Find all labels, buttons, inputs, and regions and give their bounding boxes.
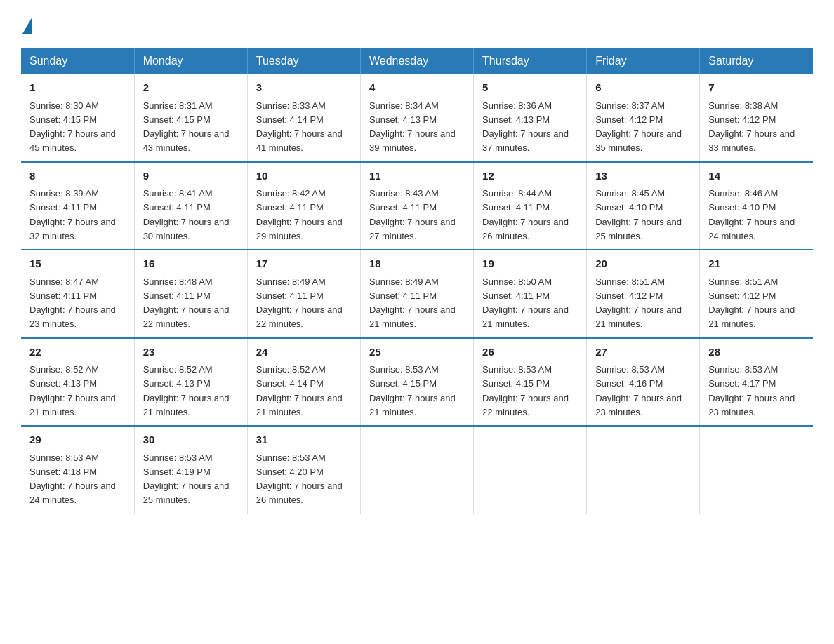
calendar-cell: 1Sunrise: 8:30 AMSunset: 4:15 PMDaylight… (21, 74, 134, 162)
calendar-table: SundayMondayTuesdayWednesdayThursdayFrid… (21, 48, 813, 514)
calendar-cell: 11Sunrise: 8:43 AMSunset: 4:11 PMDayligh… (360, 162, 473, 250)
day-number: 27 (595, 344, 691, 361)
calendar-week-row: 8Sunrise: 8:39 AMSunset: 4:11 PMDaylight… (21, 162, 813, 250)
day-info: Sunrise: 8:50 AMSunset: 4:11 PMDaylight:… (482, 276, 569, 330)
calendar-cell: 15Sunrise: 8:47 AMSunset: 4:11 PMDayligh… (21, 250, 134, 338)
calendar-cell (360, 426, 473, 514)
day-of-week-header: Wednesday (360, 48, 473, 74)
calendar-week-row: 1Sunrise: 8:30 AMSunset: 4:15 PMDaylight… (21, 74, 813, 162)
day-number: 15 (29, 256, 126, 272)
day-of-week-header: Saturday (700, 48, 813, 74)
day-number: 4 (369, 80, 465, 96)
day-info: Sunrise: 8:38 AMSunset: 4:12 PMDaylight:… (708, 100, 795, 154)
day-info: Sunrise: 8:45 AMSunset: 4:10 PMDaylight:… (595, 188, 682, 241)
calendar-cell: 30Sunrise: 8:53 AMSunset: 4:19 PMDayligh… (134, 426, 247, 514)
page-header (21, 14, 813, 34)
calendar-cell: 31Sunrise: 8:53 AMSunset: 4:20 PMDayligh… (247, 426, 360, 514)
calendar-cell: 18Sunrise: 8:49 AMSunset: 4:11 PMDayligh… (360, 250, 473, 338)
day-of-week-header: Friday (587, 48, 700, 74)
calendar-cell: 29Sunrise: 8:53 AMSunset: 4:18 PMDayligh… (21, 426, 134, 514)
day-info: Sunrise: 8:30 AMSunset: 4:15 PMDaylight:… (29, 100, 116, 154)
day-info: Sunrise: 8:49 AMSunset: 4:11 PMDaylight:… (369, 276, 456, 330)
day-number: 18 (369, 256, 465, 272)
calendar-cell (700, 426, 813, 514)
day-number: 12 (482, 168, 578, 185)
day-number: 24 (256, 344, 352, 361)
day-info: Sunrise: 8:37 AMSunset: 4:12 PMDaylight:… (595, 100, 682, 154)
day-number: 1 (29, 80, 126, 96)
day-of-week-header: Sunday (21, 48, 134, 74)
calendar-cell: 27Sunrise: 8:53 AMSunset: 4:16 PMDayligh… (587, 338, 700, 427)
day-number: 23 (143, 344, 239, 361)
day-info: Sunrise: 8:53 AMSunset: 4:18 PMDaylight:… (29, 452, 116, 506)
day-of-week-header: Thursday (474, 48, 587, 74)
day-info: Sunrise: 8:41 AMSunset: 4:11 PMDaylight:… (143, 188, 230, 241)
calendar-cell: 6Sunrise: 8:37 AMSunset: 4:12 PMDaylight… (587, 74, 700, 162)
day-number: 13 (595, 168, 691, 185)
calendar-week-row: 15Sunrise: 8:47 AMSunset: 4:11 PMDayligh… (21, 250, 813, 338)
calendar-cell: 22Sunrise: 8:52 AMSunset: 4:13 PMDayligh… (21, 338, 134, 427)
calendar-cell: 24Sunrise: 8:52 AMSunset: 4:14 PMDayligh… (247, 338, 360, 427)
header-row: SundayMondayTuesdayWednesdayThursdayFrid… (21, 48, 813, 74)
calendar-cell (587, 426, 700, 514)
day-number: 9 (143, 168, 239, 185)
day-info: Sunrise: 8:33 AMSunset: 4:14 PMDaylight:… (256, 100, 343, 154)
day-info: Sunrise: 8:49 AMSunset: 4:11 PMDaylight:… (256, 276, 343, 330)
day-info: Sunrise: 8:46 AMSunset: 4:10 PMDaylight:… (708, 188, 795, 241)
calendar-cell: 23Sunrise: 8:52 AMSunset: 4:13 PMDayligh… (134, 338, 247, 427)
day-info: Sunrise: 8:39 AMSunset: 4:11 PMDaylight:… (29, 188, 116, 241)
day-info: Sunrise: 8:52 AMSunset: 4:13 PMDaylight:… (143, 364, 230, 417)
day-info: Sunrise: 8:53 AMSunset: 4:16 PMDaylight:… (595, 364, 682, 417)
day-info: Sunrise: 8:43 AMSunset: 4:11 PMDaylight:… (369, 188, 456, 241)
day-number: 28 (708, 344, 805, 361)
day-number: 3 (256, 80, 352, 96)
calendar-cell: 21Sunrise: 8:51 AMSunset: 4:12 PMDayligh… (700, 250, 813, 338)
day-info: Sunrise: 8:42 AMSunset: 4:11 PMDaylight:… (256, 188, 343, 241)
day-info: Sunrise: 8:53 AMSunset: 4:19 PMDaylight:… (143, 452, 230, 506)
calendar-cell: 13Sunrise: 8:45 AMSunset: 4:10 PMDayligh… (587, 162, 700, 250)
calendar-cell: 8Sunrise: 8:39 AMSunset: 4:11 PMDaylight… (21, 162, 134, 250)
day-number: 20 (595, 256, 691, 272)
calendar-week-row: 22Sunrise: 8:52 AMSunset: 4:13 PMDayligh… (21, 338, 813, 427)
calendar-cell: 5Sunrise: 8:36 AMSunset: 4:13 PMDaylight… (474, 74, 587, 162)
calendar-cell: 25Sunrise: 8:53 AMSunset: 4:15 PMDayligh… (360, 338, 473, 427)
day-info: Sunrise: 8:44 AMSunset: 4:11 PMDaylight:… (482, 188, 569, 241)
day-number: 25 (369, 344, 465, 361)
day-number: 7 (708, 80, 805, 96)
day-number: 19 (482, 256, 578, 272)
day-number: 5 (482, 80, 578, 96)
day-info: Sunrise: 8:53 AMSunset: 4:17 PMDaylight:… (708, 364, 795, 417)
day-info: Sunrise: 8:34 AMSunset: 4:13 PMDaylight:… (369, 100, 456, 154)
calendar-cell: 17Sunrise: 8:49 AMSunset: 4:11 PMDayligh… (247, 250, 360, 338)
calendar-cell: 28Sunrise: 8:53 AMSunset: 4:17 PMDayligh… (700, 338, 813, 427)
day-number: 2 (143, 80, 239, 96)
day-of-week-header: Monday (134, 48, 247, 74)
day-info: Sunrise: 8:53 AMSunset: 4:20 PMDaylight:… (256, 452, 343, 506)
calendar-cell: 20Sunrise: 8:51 AMSunset: 4:12 PMDayligh… (587, 250, 700, 338)
calendar-body: 1Sunrise: 8:30 AMSunset: 4:15 PMDaylight… (21, 74, 813, 514)
day-number: 30 (143, 432, 239, 448)
day-number: 8 (29, 168, 126, 185)
calendar-week-row: 29Sunrise: 8:53 AMSunset: 4:18 PMDayligh… (21, 426, 813, 514)
day-info: Sunrise: 8:52 AMSunset: 4:13 PMDaylight:… (29, 364, 116, 417)
day-number: 6 (595, 80, 691, 96)
day-number: 26 (482, 344, 578, 361)
calendar-cell (474, 426, 587, 514)
day-info: Sunrise: 8:47 AMSunset: 4:11 PMDaylight:… (29, 276, 116, 330)
day-number: 14 (708, 168, 805, 185)
day-info: Sunrise: 8:31 AMSunset: 4:15 PMDaylight:… (143, 100, 230, 154)
calendar-cell: 16Sunrise: 8:48 AMSunset: 4:11 PMDayligh… (134, 250, 247, 338)
calendar-cell: 9Sunrise: 8:41 AMSunset: 4:11 PMDaylight… (134, 162, 247, 250)
calendar-cell: 26Sunrise: 8:53 AMSunset: 4:15 PMDayligh… (474, 338, 587, 427)
logo-triangle-icon (22, 17, 32, 34)
calendar-cell: 4Sunrise: 8:34 AMSunset: 4:13 PMDaylight… (360, 74, 473, 162)
day-number: 22 (29, 344, 126, 361)
day-number: 11 (369, 168, 465, 185)
day-number: 16 (143, 256, 239, 272)
calendar-cell: 19Sunrise: 8:50 AMSunset: 4:11 PMDayligh… (474, 250, 587, 338)
calendar-cell: 3Sunrise: 8:33 AMSunset: 4:14 PMDaylight… (247, 74, 360, 162)
day-info: Sunrise: 8:53 AMSunset: 4:15 PMDaylight:… (482, 364, 569, 417)
day-info: Sunrise: 8:48 AMSunset: 4:11 PMDaylight:… (143, 276, 230, 330)
day-number: 31 (256, 432, 352, 448)
day-number: 17 (256, 256, 352, 272)
